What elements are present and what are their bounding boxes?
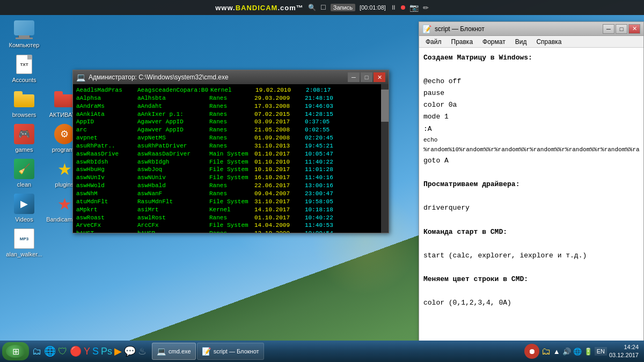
notepad-menu-help[interactable]: Справка bbox=[532, 37, 566, 47]
taskbar-quicklaunch-ie[interactable]: 🌐 bbox=[44, 345, 56, 357]
notepad-window-controls: ─ □ ✕ bbox=[603, 24, 640, 34]
bandicam-logo: www.BANDICAM.com™ bbox=[215, 4, 304, 12]
notepad-line bbox=[423, 285, 639, 297]
bandicam-rec-icon: ☐ bbox=[320, 4, 326, 11]
taskbar-quicklaunch-arrow[interactable]: ▶ bbox=[114, 345, 122, 357]
notepad-window[interactable]: 📝 script — Блокнот ─ □ ✕ Файл Правка Фор… bbox=[419, 21, 644, 362]
cmd-row: aswHbuHg aswbJoq File System 10.10.2017 … bbox=[76, 166, 385, 174]
browser-activate-row: browsers АКТИВАТ... bbox=[5, 88, 83, 121]
cmd-close-button[interactable]: ✕ bbox=[374, 72, 385, 82]
desktop-icon-games[interactable]: 🎮 games bbox=[5, 123, 43, 153]
cmd-row: aswRaasDrive aswRaasDaDriver Main System… bbox=[76, 150, 385, 158]
desktop-icon-computer[interactable]: Компьютер bbox=[5, 19, 43, 48]
notepad-menubar: Файл Правка Формат Вид Справка bbox=[419, 36, 643, 48]
games-icon: 🎮 bbox=[13, 123, 35, 145]
notepad-maximize-button[interactable]: □ bbox=[616, 24, 627, 34]
star-shape: ★ bbox=[54, 159, 75, 179]
computer-icon bbox=[13, 19, 35, 40]
taskbar-quicklaunch-shield[interactable]: 🛡 bbox=[58, 346, 68, 357]
clean-plugins-row: 🧹 clean ★ plugins bbox=[5, 158, 83, 190]
accounts-label: Accounts bbox=[12, 77, 36, 83]
red-folder-shape bbox=[54, 91, 75, 107]
taskbar-quicklaunch-photoshop[interactable]: Ps bbox=[101, 346, 112, 357]
videos-label: Videos bbox=[15, 216, 33, 223]
mp3-shape: MP3 bbox=[14, 228, 34, 249]
taskbar: ⊞ 🗂 🌐 🛡 🔴 Y S Ps ▶ 💬 ♨ 💻 cmd.exe 📝 scrip… bbox=[0, 341, 644, 362]
notepad-line: Просматриваем драйвера: bbox=[423, 179, 639, 190]
taskbar-quicklaunch-chrome[interactable]: 🔴 bbox=[70, 345, 82, 357]
bandicam-bar: www.BANDICAM.com™ 🔍 ☐ Запись [00:01:08] … bbox=[0, 0, 644, 15]
cmd-minimize-button[interactable]: ─ bbox=[348, 72, 360, 82]
taskbar-quicklaunch-skype[interactable]: S bbox=[92, 346, 99, 357]
taskbar-item-cmd[interactable]: 💻 cmd.exe bbox=[152, 343, 196, 360]
taskbar-cmd-icon: 💻 bbox=[157, 347, 166, 356]
quicklaunch-area: 🗂 🌐 🛡 🔴 Y S Ps ▶ 💬 ♨ bbox=[32, 345, 147, 357]
games-label: games bbox=[15, 146, 33, 153]
desktop-icon-browsers[interactable]: browsers bbox=[5, 88, 43, 118]
taskbar-arrow-icon[interactable]: ▲ bbox=[553, 348, 560, 356]
cmd-window[interactable]: 💻 Администратор: C:\Windows\system32\cmd… bbox=[72, 70, 389, 233]
notepad-menu-view[interactable]: Вид bbox=[511, 37, 531, 47]
notepad-titlebar[interactable]: 📝 script — Блокнот ─ □ ✕ bbox=[419, 22, 643, 36]
clean-shape: 🧹 bbox=[14, 159, 34, 179]
bandicamvi-shape: ★ bbox=[54, 194, 75, 214]
bandicam-search-icon: 🔍 bbox=[308, 4, 316, 11]
cmd-maximize-button[interactable]: □ bbox=[361, 72, 372, 82]
browsers-icon bbox=[13, 88, 35, 110]
videos-bandicam-row: ▶ Videos ★ BandicamVi... bbox=[5, 193, 83, 225]
taskbar-volume-icon[interactable]: 🔊 bbox=[562, 348, 571, 356]
bandicam-record-label: Запись bbox=[331, 4, 355, 11]
notepad-line bbox=[423, 190, 639, 202]
cmd-row: aMpkrt asiMrt Kernel 14.10.2017 10:18:18 bbox=[76, 206, 385, 214]
taskbar-quicklaunch-yandex[interactable]: Y bbox=[84, 346, 90, 357]
taskbar-quicklaunch-discord[interactable]: 💬 bbox=[124, 345, 136, 357]
red-folder-body bbox=[54, 94, 75, 107]
videos-icon: ▶ bbox=[13, 193, 35, 215]
cmd-row: atuMdnFlt RasuMdnFlt File System 31.10.2… bbox=[76, 198, 385, 206]
taskbar-record-button[interactable]: ⏺ bbox=[524, 344, 539, 359]
cmd-scrollbar[interactable] bbox=[381, 84, 389, 233]
alan-walker-label: alan_walker... bbox=[6, 251, 42, 257]
cmd-row: aAndraMs aAndaht Ranes 17.03.2008 19:46:… bbox=[76, 102, 385, 110]
taskbar-notepad-label: script — Блокнот bbox=[214, 348, 259, 354]
taskbar-battery-icon[interactable]: 🔋 bbox=[584, 348, 592, 356]
taskbar-folder-icon[interactable]: 🗂 bbox=[541, 346, 551, 357]
notepad-minimize-button[interactable]: ─ bbox=[603, 24, 614, 34]
record-dot bbox=[401, 5, 405, 10]
cmd-row: avpnet avpNetMS Ranes 01.09.2008 02:20:4… bbox=[76, 134, 385, 142]
desktop-icon-clean[interactable]: 🧹 clean bbox=[5, 158, 43, 188]
cmd-row: AppID Agawver AppID Ranes 03.09.2017 0:3… bbox=[76, 118, 385, 126]
notepad-line bbox=[423, 262, 639, 274]
cmd-titlebar[interactable]: 💻 Администратор: C:\Windows\system32\cmd… bbox=[73, 70, 389, 84]
cmd-row: aswNhM aswNanF Ranes 09.04.2007 23:00:47 bbox=[76, 190, 385, 198]
desktop-icon-videos[interactable]: ▶ Videos bbox=[5, 193, 43, 223]
desktop-icon-accounts[interactable]: Accounts bbox=[5, 54, 43, 83]
bandicam-time: [00:01:08] bbox=[360, 4, 386, 11]
notepad-titlebar-icon: 📝 bbox=[422, 25, 431, 33]
taskbar-network-icon[interactable]: 🌐 bbox=[573, 348, 582, 356]
notepad-menu-file[interactable]: Файл bbox=[421, 37, 446, 47]
start-button[interactable]: ⊞ bbox=[2, 342, 29, 360]
txt-shape bbox=[16, 55, 32, 74]
alan-walker-icon: MP3 bbox=[13, 228, 35, 249]
taskbar-quicklaunch-steam[interactable]: ♨ bbox=[138, 345, 147, 357]
taskbar-item-notepad[interactable]: 📝 script — Блокнот bbox=[197, 343, 264, 360]
taskbar-open-items: 💻 cmd.exe 📝 script — Блокнот bbox=[152, 343, 520, 360]
desktop-icon-alan-walker[interactable]: MP3 alan_walker... bbox=[5, 228, 43, 257]
notepad-line bbox=[423, 64, 639, 76]
cmd-titlebar-text: Администратор: C:\Windows\system32\cmd.e… bbox=[89, 73, 345, 81]
notepad-menu-format[interactable]: Формат bbox=[478, 37, 510, 47]
notepad-menu-edit[interactable]: Правка bbox=[447, 37, 478, 47]
txt-corner bbox=[27, 55, 32, 60]
notepad-content: Создаем Матрицу в Windows: @echo off pau… bbox=[419, 48, 643, 349]
folder-shape bbox=[14, 91, 34, 107]
cmd-row: aswRbIdsh aswRbIdgh File System 01.10.20… bbox=[76, 158, 385, 166]
taskbar-language[interactable]: EN bbox=[595, 347, 607, 356]
taskbar-quicklaunch-explorer[interactable]: 🗂 bbox=[32, 346, 42, 357]
notepad-close-button[interactable]: ✕ bbox=[628, 24, 640, 34]
taskbar-notepad-icon: 📝 bbox=[202, 347, 211, 356]
notepad-line: color (0,1,2,3,4, 0A) bbox=[423, 297, 639, 309]
cmd-scroll-thumb[interactable] bbox=[381, 90, 389, 122]
notepad-line: color 0a bbox=[423, 99, 639, 111]
cmd-titlebar-icon: 💻 bbox=[76, 73, 85, 82]
